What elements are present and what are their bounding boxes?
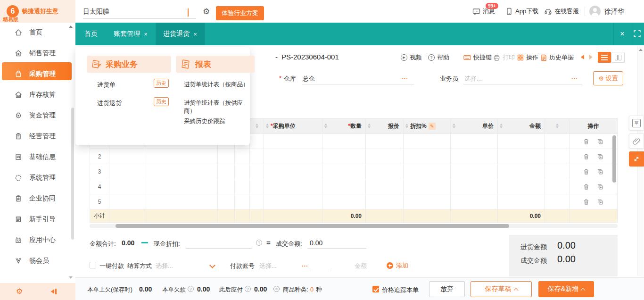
cell[interactable] <box>366 194 404 209</box>
cell[interactable] <box>264 194 322 209</box>
cell[interactable] <box>264 149 322 164</box>
menu-item-purchase-order[interactable]: 进货单 <box>97 81 116 89</box>
cell[interactable] <box>498 149 545 164</box>
copy-row-icon[interactable] <box>597 153 603 160</box>
cell[interactable] <box>250 179 264 194</box>
cell[interactable] <box>218 164 235 179</box>
sort-icon[interactable] <box>256 124 258 128</box>
sidebar-item-system[interactable]: 系统管理 <box>0 169 75 186</box>
tab-home[interactable]: 首页 <box>78 23 104 45</box>
price-track-checkbox[interactable] <box>372 286 379 292</box>
history-docs-button[interactable]: 历史单据 <box>540 53 574 62</box>
sidebar-item-app-center[interactable]: 应用中心 <box>0 232 75 249</box>
header-price[interactable]: 单价 <box>451 118 498 134</box>
delete-row-icon[interactable] <box>583 199 589 205</box>
sidebar-item-member[interactable]: 畅会员 <box>0 252 75 269</box>
username[interactable]: 徐泽华 <box>604 8 624 16</box>
pay-account-placeholder[interactable]: 选择... <box>259 262 277 270</box>
table-horizontal-scrollbar[interactable] <box>116 224 509 228</box>
video-button[interactable]: ▶ 视频 <box>401 53 422 62</box>
help-button[interactable]: ? 帮助 <box>428 53 449 62</box>
print-button[interactable]: 打印 <box>493 53 515 62</box>
cell[interactable] <box>366 179 404 194</box>
expand-button[interactable] <box>629 151 644 167</box>
cell[interactable] <box>404 134 451 149</box>
draft-list-button[interactable]: 草 <box>629 116 644 131</box>
cell[interactable] <box>109 179 146 194</box>
delete-row-icon[interactable] <box>583 183 589 190</box>
sort-icon[interactable] <box>500 124 503 128</box>
cell[interactable] <box>322 179 366 194</box>
pay-account-ellipsis[interactable]: ... <box>302 261 308 268</box>
trial-button[interactable]: 体验行业方案 <box>216 6 264 20</box>
cell[interactable] <box>250 164 264 179</box>
method-chevron-down-icon[interactable] <box>210 263 215 267</box>
cell[interactable] <box>404 194 451 209</box>
sort-icon[interactable] <box>556 124 559 128</box>
question-icon[interactable]: ? <box>256 240 262 246</box>
menu-item-price-history[interactable]: 采购历史价跟踪 <box>184 117 225 125</box>
gear-icon[interactable]: ⚙ <box>203 7 210 17</box>
sidebar-item-base-info[interactable]: 基础信息 <box>0 149 75 166</box>
edit-pencil-icon[interactable]: ✎ <box>429 123 436 130</box>
header-qty[interactable]: *数量 <box>322 118 366 134</box>
cell[interactable] <box>498 134 545 149</box>
scroll-up-arrow-icon[interactable] <box>639 49 643 51</box>
table-vertical-scrollbar[interactable] <box>612 135 616 183</box>
cell[interactable] <box>366 164 404 179</box>
delete-row-icon[interactable] <box>583 153 589 160</box>
cell[interactable] <box>235 164 250 179</box>
cell[interactable] <box>109 194 146 209</box>
cell[interactable] <box>545 134 570 149</box>
cell[interactable] <box>451 179 498 194</box>
cell[interactable] <box>498 194 545 209</box>
cell[interactable] <box>404 179 451 194</box>
save-new-button[interactable]: 保存&新增 <box>538 281 594 297</box>
sort-icon[interactable] <box>324 124 327 128</box>
cell[interactable] <box>146 179 218 194</box>
settings-gear-icon[interactable]: ⚙ <box>16 287 23 296</box>
save-draft-button[interactable]: 保存草稿 <box>471 281 532 297</box>
copy-row-icon[interactable] <box>597 138 603 145</box>
form-view-toggle[interactable] <box>611 52 625 63</box>
cell[interactable] <box>109 149 146 164</box>
clerk-placeholder[interactable]: 选择... <box>464 75 482 83</box>
cell[interactable] <box>146 149 218 164</box>
one-click-pay-checkbox[interactable] <box>90 262 96 268</box>
cash-discount-input[interactable] <box>186 248 252 249</box>
tab-account-mgmt[interactable]: 账套管理 × <box>106 23 156 45</box>
sidebar-scroll-down-icon[interactable] <box>69 276 73 279</box>
cell[interactable] <box>451 149 498 164</box>
menu-item-purchase-return[interactable]: 进货退货 <box>97 99 122 108</box>
history-badge[interactable]: 历史 <box>154 79 169 88</box>
header-quote[interactable]: 报价 <box>366 118 404 134</box>
sidebar-item-operations[interactable]: 经营管理 <box>0 128 75 145</box>
sidebar-item-purchase[interactable]: 采购管理 <box>0 66 75 83</box>
sidebar-item-home[interactable]: 首页 <box>0 24 75 41</box>
header-discount[interactable]: 折扣% ✎ <box>404 118 451 134</box>
question-icon[interactable]: ? <box>188 286 194 292</box>
cell[interactable] <box>218 149 235 164</box>
menu-item-stats-by-product[interactable]: 进货单统计表（按商品） <box>184 81 249 89</box>
cell[interactable] <box>109 164 146 179</box>
shortcut-button[interactable]: 快捷键 <box>463 53 492 62</box>
question-icon[interactable]: ? <box>245 286 251 292</box>
tab-purchase-return[interactable]: 进货退货 × <box>156 23 205 45</box>
warehouse-value[interactable]: 总仓 <box>303 75 315 83</box>
cell[interactable] <box>235 194 250 209</box>
cell[interactable] <box>146 194 218 209</box>
cell[interactable] <box>366 134 404 149</box>
warehouse-picker-ellipsis[interactable]: ... <box>402 74 408 81</box>
sort-icon[interactable] <box>405 124 408 128</box>
cell[interactable] <box>322 134 366 149</box>
sidebar-item-funds[interactable]: 资金管理 <box>0 107 75 124</box>
close-all-icon[interactable]: × <box>617 28 628 40</box>
pay-amount-placeholder[interactable]: 金额 <box>355 262 367 270</box>
cell[interactable] <box>451 134 498 149</box>
header-unit[interactable]: *采购单位 <box>264 118 322 134</box>
cell[interactable] <box>250 149 264 164</box>
close-icon[interactable]: × <box>144 31 148 38</box>
sidebar-scrollbar[interactable] <box>71 108 74 240</box>
sidebar-item-collaboration[interactable]: 企业协同 <box>0 190 75 207</box>
cell[interactable] <box>235 179 250 194</box>
